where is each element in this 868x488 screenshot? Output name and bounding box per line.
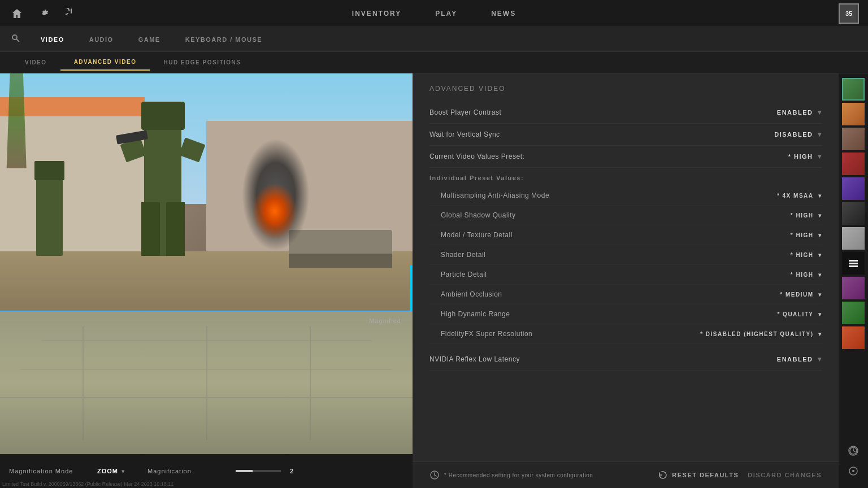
home-icon[interactable] <box>9 6 25 21</box>
ambient-occlusion-label: Ambient Occlusion <box>441 290 502 298</box>
setting-row-boost-contrast: Boost Player Contrast ENABLED ▾ <box>429 102 822 124</box>
hdr-dropdown[interactable]: * QUALITY ▾ <box>777 311 822 317</box>
vsync-dropdown[interactable]: DISABLED ▾ <box>774 130 822 138</box>
nav-play[interactable]: PLAY <box>435 10 457 18</box>
setting-row-vsync: Wait for Vertical Sync DISABLED ▾ <box>429 124 822 146</box>
vsync-label: Wait for Vertical Sync <box>429 130 500 138</box>
sidebar-bottom-icon-1[interactable] <box>845 443 861 459</box>
shadow-label: Global Shadow Quality <box>441 211 516 219</box>
avatar-item-6[interactable] <box>842 227 865 250</box>
recommended-note: * Recommended setting for your system co… <box>429 470 649 480</box>
msaa-chevron: ▾ <box>818 193 822 199</box>
level-badge: 35 <box>839 3 859 24</box>
avatar-item-10[interactable] <box>842 326 865 349</box>
preset-subsection-title: Individual Preset Values: <box>429 168 822 186</box>
left-panel: Magnified Magnification Mode ZOOM ▾ Magn… <box>0 73 413 488</box>
setting-row-shadow: Global Shadow Quality * HIGH ▾ <box>429 206 822 225</box>
msaa-label: Multisampling Anti-Aliasing Mode <box>441 191 549 199</box>
discard-changes-button[interactable]: DISCARD CHANGES <box>748 472 822 478</box>
avatar-item-1[interactable] <box>842 103 865 125</box>
setting-row-model-texture: Model / Texture Detail * HIGH ▾ <box>429 225 822 245</box>
shadow-dropdown[interactable]: * HIGH ▾ <box>791 212 822 219</box>
shader-chevron: ▾ <box>818 252 822 258</box>
hdr-chevron: ▾ <box>818 311 822 317</box>
boost-contrast-chevron: ▾ <box>818 108 822 116</box>
particle-chevron: ▾ <box>818 272 822 278</box>
avatar-item-5[interactable] <box>842 202 865 225</box>
build-info: Limited Test Build v. 2000059/13862 (Pub… <box>2 481 173 487</box>
power-icon[interactable] <box>63 6 79 21</box>
setting-row-hdr: High Dynamic Range * QUALITY ▾ <box>429 304 822 324</box>
fidelityfx-dropdown[interactable]: * DISABLED (HIGHEST QUALITY) ▾ <box>700 331 822 337</box>
magnification-value: 2 <box>290 468 293 474</box>
setting-row-msaa: Multisampling Anti-Aliasing Mode * 4X MS… <box>429 186 822 206</box>
preset-dropdown[interactable]: * HIGH ▾ <box>788 152 822 160</box>
ambient-occlusion-chevron: ▾ <box>818 291 822 298</box>
top-navigation: INVENTORY PLAY NEWS 35 <box>0 0 868 27</box>
model-texture-label: Model / Texture Detail <box>441 231 513 239</box>
svg-point-0 <box>12 35 17 40</box>
refresh-icon <box>429 470 440 480</box>
nvidia-reflex-dropdown[interactable]: ENABLED ▾ <box>777 355 822 363</box>
avatar-item-3[interactable] <box>842 152 865 175</box>
svg-rect-3 <box>849 260 858 262</box>
model-texture-chevron: ▾ <box>818 232 822 238</box>
nvidia-reflex-chevron: ▾ <box>818 355 822 363</box>
avatar-item-2[interactable] <box>842 128 865 150</box>
top-nav-center: INVENTORY PLAY NEWS <box>352 10 516 18</box>
svg-line-1 <box>16 39 19 42</box>
tab-audio[interactable]: AUDIO <box>78 33 125 46</box>
top-nav-left <box>9 6 79 21</box>
preset-label: Current Video Values Preset: <box>429 152 524 160</box>
settings-footer: * Recommended setting for your system co… <box>413 461 839 488</box>
tab-video[interactable]: VIDEO <box>29 33 76 46</box>
boost-contrast-dropdown[interactable]: ENABLED ▾ <box>777 108 822 116</box>
preset-chevron: ▾ <box>818 152 822 160</box>
avatars-sidebar <box>839 73 868 488</box>
ambient-occlusion-dropdown[interactable]: * MEDIUM ▾ <box>780 291 822 298</box>
sub-tabs-bar: VIDEO ADVANCED VIDEO HUD EDGE POSITIONS <box>0 52 868 73</box>
vsync-chevron: ▾ <box>818 130 822 138</box>
right-settings-panel: Advanced Video Boost Player Contrast ENA… <box>413 73 839 461</box>
reset-defaults-button[interactable]: RESET DEFAULTS <box>658 470 739 480</box>
fidelityfx-chevron: ▾ <box>818 331 822 337</box>
reset-icon <box>658 470 667 480</box>
setting-row-ambient-occlusion: Ambient Occlusion * MEDIUM ▾ <box>429 285 822 304</box>
subtab-advanced-video[interactable]: ADVANCED VIDEO <box>60 54 150 71</box>
shader-label: Shader Detail <box>441 251 485 259</box>
magnification-mode-label: Magnification Mode <box>9 468 88 474</box>
shader-dropdown[interactable]: * HIGH ▾ <box>791 252 822 258</box>
avatar-item-8[interactable] <box>842 277 865 299</box>
chevron-down-icon: ▾ <box>121 468 125 474</box>
game-preview-top <box>0 73 413 311</box>
magnification-mode-dropdown[interactable]: ZOOM ▾ <box>97 468 125 474</box>
boost-contrast-label: Boost Player Contrast <box>429 108 501 116</box>
nav-news[interactable]: NEWS <box>491 10 516 18</box>
sidebar-bottom-icon-2[interactable] <box>845 463 861 479</box>
svg-rect-4 <box>849 263 858 264</box>
hdr-label: High Dynamic Range <box>441 310 510 318</box>
magnification-slider[interactable] <box>236 470 281 472</box>
particle-dropdown[interactable]: * HIGH ▾ <box>791 272 822 278</box>
tab-game[interactable]: GAME <box>127 33 172 46</box>
setting-row-fidelityfx: FidelityFX Super Resolution * DISABLED (… <box>429 324 822 344</box>
avatar-item-0[interactable] <box>842 78 865 101</box>
setting-row-preset: Current Video Values Preset: * HIGH ▾ <box>429 146 822 168</box>
nav-inventory[interactable]: INVENTORY <box>352 10 401 18</box>
settings-icon[interactable] <box>36 6 52 21</box>
msaa-dropdown[interactable]: * 4X MSAA ▾ <box>777 193 822 199</box>
tab-keyboard-mouse[interactable]: KEYBOARD / MOUSE <box>174 33 274 46</box>
subtab-hud-edge[interactable]: HUD EDGE POSITIONS <box>150 55 254 70</box>
avatar-item-9[interactable] <box>842 302 865 324</box>
nvidia-reflex-label: NVIDIA Reflex Low Latency <box>429 355 520 363</box>
settings-tabs-bar: VIDEO AUDIO GAME KEYBOARD / MOUSE <box>0 27 868 52</box>
subtab-video[interactable]: VIDEO <box>11 55 60 70</box>
search-icon[interactable] <box>11 34 20 45</box>
model-texture-dropdown[interactable]: * HIGH ▾ <box>791 232 822 238</box>
avatar-item-7[interactable] <box>842 252 865 274</box>
svg-rect-5 <box>849 265 858 267</box>
svg-point-7 <box>852 470 854 472</box>
avatar-item-4[interactable] <box>842 177 865 200</box>
magnification-label: Magnification <box>147 468 227 474</box>
top-nav-right: 35 <box>839 3 859 24</box>
